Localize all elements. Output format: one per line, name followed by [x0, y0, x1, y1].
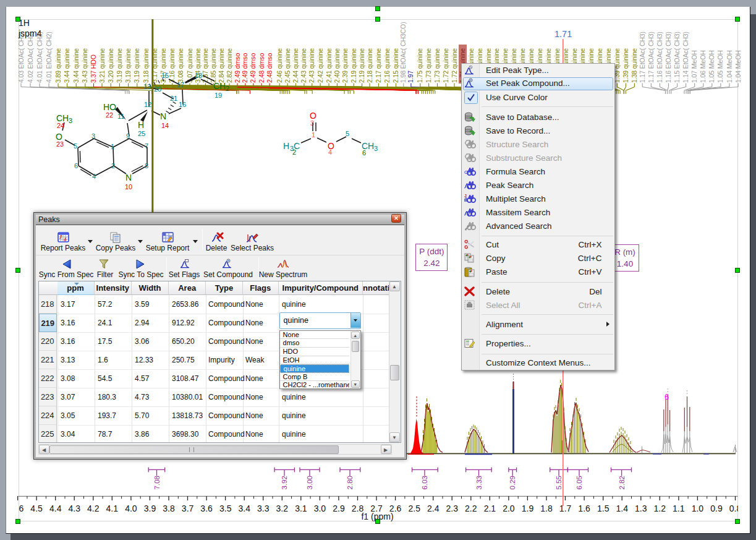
- svg-text:δ: δ: [64, 237, 67, 242]
- svg-text:J: J: [59, 234, 62, 240]
- svg-text:J: J: [464, 194, 467, 198]
